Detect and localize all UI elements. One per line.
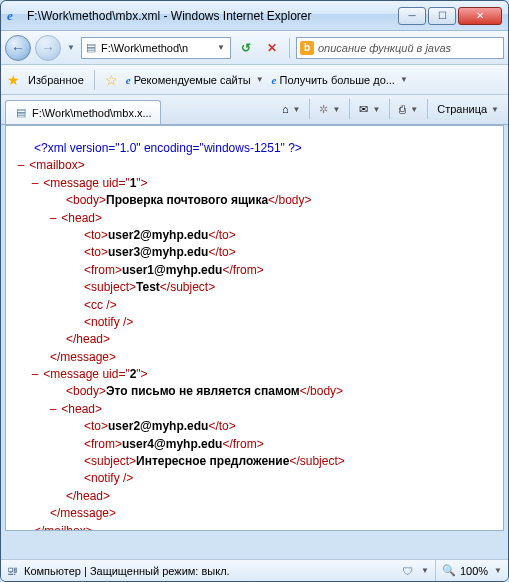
xml-tag: <cc /> (84, 298, 117, 312)
minimize-button[interactable]: ─ (398, 7, 426, 25)
chevron-down-icon[interactable]: ▼ (421, 566, 429, 575)
xml-tag: <from> (84, 263, 122, 277)
xml-tag: </message> (50, 350, 116, 364)
suggested-sites-label: Рекомендуемые сайты (134, 74, 251, 86)
favorites-label[interactable]: Избранное (28, 74, 84, 86)
xml-declaration: <?xml version="1.0" encoding="windows-12… (34, 141, 302, 155)
separator (94, 70, 95, 90)
security-icon[interactable]: 🛡 (402, 565, 413, 577)
feeds-button[interactable]: ✲▼ (314, 98, 345, 120)
refresh-button[interactable]: ↻ (235, 37, 257, 59)
xml-tag: <head> (61, 402, 102, 416)
collapse-toggle[interactable]: – (48, 401, 58, 418)
xml-tag: <to> (84, 419, 108, 433)
print-icon: ⎙ (399, 103, 406, 115)
nav-history-dropdown[interactable]: ▼ (65, 35, 77, 61)
stop-icon: ✕ (267, 41, 277, 55)
home-button[interactable]: ⌂▼ (277, 98, 306, 120)
page-icon: ▤ (14, 106, 28, 120)
zoom-value: 100% (460, 565, 488, 577)
xml-text: user4@myhp.edu (122, 437, 222, 451)
xml-tag: </body> (268, 193, 311, 207)
rss-icon: ✲ (319, 103, 328, 116)
maximize-button[interactable]: ☐ (428, 7, 456, 25)
xml-text: Проверка почтового ящика (106, 193, 268, 207)
xml-tag: </to> (208, 419, 235, 433)
search-input[interactable] (318, 42, 500, 54)
back-button[interactable]: ← (5, 35, 31, 61)
xml-tag: </mailbox> (34, 524, 93, 531)
page-menu-button[interactable]: Страница▼ (432, 98, 504, 120)
window-buttons: ─ ☐ ✕ (398, 7, 502, 25)
xml-tag: </subject> (160, 280, 215, 294)
xml-text: user2@myhp.edu (108, 419, 208, 433)
chevron-down-icon[interactable]: ▼ (494, 566, 502, 575)
get-more-label: Получить больше до... (280, 74, 395, 86)
tab-title: F:\Work\method\mbx.x... (32, 107, 152, 119)
xml-tag: </head> (66, 332, 110, 346)
collapse-toggle[interactable]: – (30, 366, 40, 383)
xml-tag: </message> (50, 506, 116, 520)
collapse-toggle[interactable]: – (30, 175, 40, 192)
address-dropdown-icon[interactable]: ▼ (214, 41, 228, 55)
separator (389, 99, 390, 119)
xml-text: user1@myhp.edu (122, 263, 222, 277)
xml-tag: "> (136, 176, 147, 190)
zoom-control[interactable]: 🔍 100% ▼ (435, 560, 502, 581)
xml-tag: <notify /> (84, 471, 133, 485)
chevron-down-icon: ▼ (372, 105, 380, 114)
zoom-icon: 🔍 (442, 564, 456, 577)
xml-text: Это письмо не является спамом (106, 384, 300, 398)
stop-button[interactable]: ✕ (261, 37, 283, 59)
favorites-star-icon[interactable]: ★ (7, 72, 20, 88)
suggested-sites-link[interactable]: e Рекомендуемые сайты ▼ (126, 74, 264, 86)
xml-tag: <subject> (84, 280, 136, 294)
separator (309, 99, 310, 119)
forward-button[interactable]: → (35, 35, 61, 61)
address-input[interactable] (101, 42, 211, 54)
collapse-toggle[interactable]: – (48, 210, 58, 227)
collapse-toggle[interactable]: – (16, 157, 26, 174)
xml-tag: <subject> (84, 454, 136, 468)
xml-tag: <mailbox> (29, 158, 84, 172)
refresh-icon: ↻ (241, 41, 251, 55)
status-text: Компьютер | Защищенный режим: выкл. (24, 565, 230, 577)
xml-tag: <head> (61, 211, 102, 225)
chevron-down-icon: ▼ (256, 75, 264, 84)
chevron-down-icon: ▼ (491, 105, 499, 114)
xml-tag: </head> (66, 489, 110, 503)
nav-bar: ← → ▼ ▤ ▼ ↻ ✕ b (1, 31, 508, 65)
close-button[interactable]: ✕ (458, 7, 502, 25)
window-title: F:\Work\method\mbx.xml - Windows Interne… (27, 9, 398, 23)
xml-text: user2@myhp.edu (108, 228, 208, 242)
mail-button[interactable]: ✉▼ (354, 98, 385, 120)
search-box[interactable]: b (296, 37, 504, 59)
home-icon: ⌂ (282, 103, 289, 115)
status-bar: 🖳 Компьютер | Защищенный режим: выкл. 🛡 … (1, 559, 508, 581)
xml-tag: <notify /> (84, 315, 133, 329)
document-viewport[interactable]: <?xml version="1.0" encoding="windows-12… (5, 125, 504, 531)
address-bar[interactable]: ▤ ▼ (81, 37, 231, 59)
separator (427, 99, 428, 119)
xml-tag: </to> (208, 245, 235, 259)
get-more-link[interactable]: e Получить больше до... ▼ (272, 74, 408, 86)
xml-tag: </body> (300, 384, 343, 398)
ie-icon: e (7, 8, 23, 24)
tab-bar: ▤ F:\Work\method\mbx.x... ⌂▼ ✲▼ ✉▼ ⎙▼ Ст… (1, 95, 508, 125)
xml-text: Интересное предложение (136, 454, 289, 468)
xml-tag: <from> (84, 437, 122, 451)
page-icon: ▤ (84, 41, 98, 55)
xml-tag: <message uid=" (43, 176, 129, 190)
ie-icon: e (126, 74, 131, 86)
xml-tag: <message uid=" (43, 367, 129, 381)
xml-tag: <to> (84, 228, 108, 242)
print-button[interactable]: ⎙▼ (394, 98, 423, 120)
separator (289, 38, 290, 58)
chevron-down-icon: ▼ (400, 75, 408, 84)
star-icon: ☆ (105, 72, 118, 88)
xml-tag: </to> (208, 228, 235, 242)
command-bar: ⌂▼ ✲▼ ✉▼ ⎙▼ Страница▼ (277, 94, 504, 124)
chevron-down-icon: ▼ (293, 105, 301, 114)
tab-active[interactable]: ▤ F:\Work\method\mbx.x... (5, 100, 161, 124)
xml-tag: <body> (66, 384, 106, 398)
